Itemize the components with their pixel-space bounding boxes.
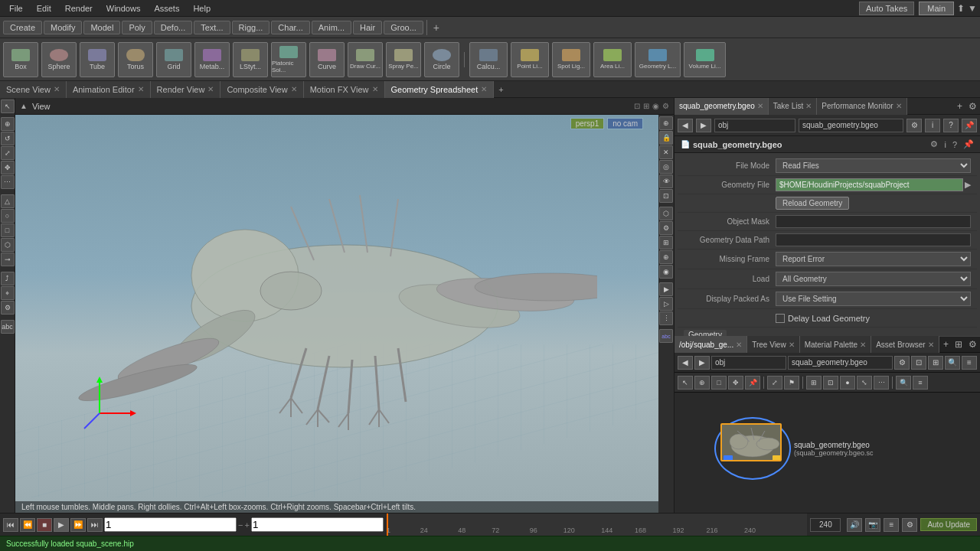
tool-handle[interactable]: ✥ (1, 161, 15, 174)
node-item-squab[interactable]: squab_geometry.bgeo (squab_geometry.bgeo… (720, 423, 873, 474)
node-drawcur[interactable]: Draw Cur... (348, 42, 383, 77)
node-tab-squab-close[interactable]: ✕ (757, 102, 763, 110)
geometry-data-path-input[interactable] (776, 233, 971, 246)
props-help-icon[interactable]: ? (952, 140, 957, 149)
shelf-hair[interactable]: Hair (353, 21, 382, 34)
view-icon-2[interactable]: ⊞ (643, 102, 649, 110)
nt-dot[interactable]: ● (840, 376, 855, 390)
vp-rt-10[interactable]: ⊕ (659, 250, 673, 264)
tab-render-view-close[interactable]: ✕ (207, 85, 214, 93)
props-info-icon[interactable]: i (944, 140, 946, 149)
addr-pin[interactable]: 📌 (962, 119, 977, 132)
persp-button[interactable]: persp1 (570, 118, 605, 129)
nt-flag[interactable]: ⚑ (784, 376, 799, 390)
file-mode-dropdown[interactable]: Read Files (776, 158, 971, 173)
addr-path-input[interactable] (714, 119, 795, 132)
ne-fwd[interactable]: ▶ (694, 356, 710, 370)
display-packed-as-dropdown[interactable]: Use File Setting (776, 292, 971, 306)
vp-rt-15[interactable]: abc (659, 329, 673, 343)
auto-update-button[interactable]: Auto Update (920, 518, 977, 531)
vp-rt-8[interactable]: ⚙ (659, 221, 673, 235)
reload-geometry-button[interactable]: Reload Geometry (776, 197, 849, 210)
tool-6[interactable]: □ (1, 223, 15, 237)
addr-info[interactable]: i (925, 119, 940, 132)
ne-tab-asset[interactable]: Asset Browser ✕ (871, 336, 939, 353)
node-curve[interactable]: Curve (309, 42, 345, 77)
settings-btn[interactable]: ⚙ (902, 518, 917, 532)
nt-pin[interactable]: 📌 (745, 376, 760, 390)
tab-animation-editor-close[interactable]: ✕ (138, 85, 144, 93)
ne-tab-tree-close[interactable]: ✕ (789, 341, 795, 349)
no-cam-button[interactable]: no cam (607, 118, 643, 129)
shelf-groo[interactable]: Groo... (384, 21, 423, 34)
current-frame-input[interactable] (104, 517, 237, 532)
nt-more[interactable]: ⋯ (874, 376, 889, 390)
tool-move[interactable]: ⊕ (1, 117, 15, 131)
ne-add-tab[interactable]: + (940, 339, 952, 350)
vp-rt-13[interactable]: ▷ (659, 297, 673, 311)
menu-assets[interactable]: Assets (148, 2, 185, 15)
node-sphere[interactable]: Sphere (41, 42, 77, 77)
shelf-defo[interactable]: Defo... (154, 21, 192, 34)
vp-rt-11[interactable]: ◉ (659, 265, 673, 279)
ne-options[interactable]: ⚙ (965, 339, 980, 350)
ne-search[interactable]: 🔍 (945, 356, 960, 370)
pb-play[interactable]: ▶ (54, 518, 69, 532)
ne-tab-asset-close[interactable]: ✕ (928, 341, 934, 349)
props-gear-icon[interactable]: ⚙ (930, 139, 938, 149)
ne-options2[interactable]: ≡ (962, 356, 977, 370)
vp-rt-12[interactable]: ▶ (659, 282, 673, 296)
node-spotlig[interactable]: Spot Lig... (552, 42, 590, 77)
frame-plus[interactable]: + (244, 520, 249, 530)
tool-7[interactable]: ⬡ (1, 238, 15, 252)
tool-5[interactable]: ○ (1, 209, 15, 223)
shelf-rigg[interactable]: Rigg... (232, 21, 270, 34)
load-dropdown[interactable]: All Geometry (776, 272, 971, 286)
tab-render-view[interactable]: Render View ✕ (151, 81, 221, 98)
node-volumeli[interactable]: Volume Li... (684, 42, 726, 77)
nt-hand[interactable]: ✥ (728, 376, 743, 390)
nt-search2[interactable]: 🔍 (896, 376, 911, 390)
nt-box[interactable]: □ (711, 376, 727, 390)
node-areali[interactable]: Area Li... (593, 42, 632, 77)
vp-rt-7[interactable]: ⬡ (659, 207, 673, 220)
main-button[interactable]: Main (919, 2, 954, 15)
shelf-modify[interactable]: Modify (44, 21, 82, 34)
shelf-model[interactable]: Model (83, 21, 120, 34)
missing-frame-dropdown[interactable]: Report Error (776, 252, 971, 266)
node-tab-take-list-close[interactable]: ✕ (805, 102, 812, 110)
addr-settings[interactable]: ⚙ (906, 119, 922, 132)
tab-scene-view-close[interactable]: ✕ (54, 85, 60, 93)
ne-layout[interactable]: ⊞ (928, 356, 943, 370)
tab-scene-view[interactable]: Scene View ✕ (0, 81, 67, 98)
tool-scale[interactable]: ⤢ (1, 146, 15, 160)
nt-expand[interactable]: ⤡ (857, 376, 872, 390)
node-box[interactable]: Box (3, 42, 38, 77)
tool-9[interactable]: ⤴ (1, 272, 15, 285)
shelf-poly[interactable]: Poly (122, 21, 152, 34)
end-frame-display[interactable] (251, 517, 384, 532)
node-name-input[interactable] (799, 119, 903, 132)
nt-grid[interactable]: ⊡ (823, 376, 838, 390)
node-tab-perf-monitor-close[interactable]: ✕ (896, 102, 902, 110)
ne-fit[interactable]: ⊡ (911, 356, 926, 370)
node-panel-add[interactable]: + (954, 101, 965, 112)
tool-10[interactable]: ⌖ (1, 286, 15, 300)
pb-start[interactable]: ⏮ (3, 518, 18, 532)
tab-composite-view-close[interactable]: ✕ (291, 85, 297, 93)
menu-windows[interactable]: Windows (100, 2, 147, 15)
tab-composite-view[interactable]: Composite View ✕ (220, 81, 303, 98)
node-tube[interactable]: Tube (80, 42, 115, 77)
node-torus[interactable]: Torus (118, 42, 153, 77)
ne-tab-obj-close[interactable]: ✕ (736, 341, 742, 349)
node-tab-perf-monitor[interactable]: Performance Monitor ✕ (817, 98, 906, 115)
pb-prev[interactable]: ⏪ (20, 518, 35, 532)
node-grid[interactable]: Grid (156, 42, 191, 77)
ne-tab-material[interactable]: Material Palette ✕ (800, 336, 871, 353)
ne-tab-obj[interactable]: /obj/squab_ge... ✕ (675, 336, 747, 353)
tab-motion-fx[interactable]: Motion FX View ✕ (304, 81, 385, 98)
tab-add[interactable]: + (494, 83, 508, 96)
menu-help[interactable]: Help (187, 2, 217, 15)
node-metab[interactable]: Metab... (194, 42, 230, 77)
pb-stop[interactable]: ■ (37, 518, 52, 532)
